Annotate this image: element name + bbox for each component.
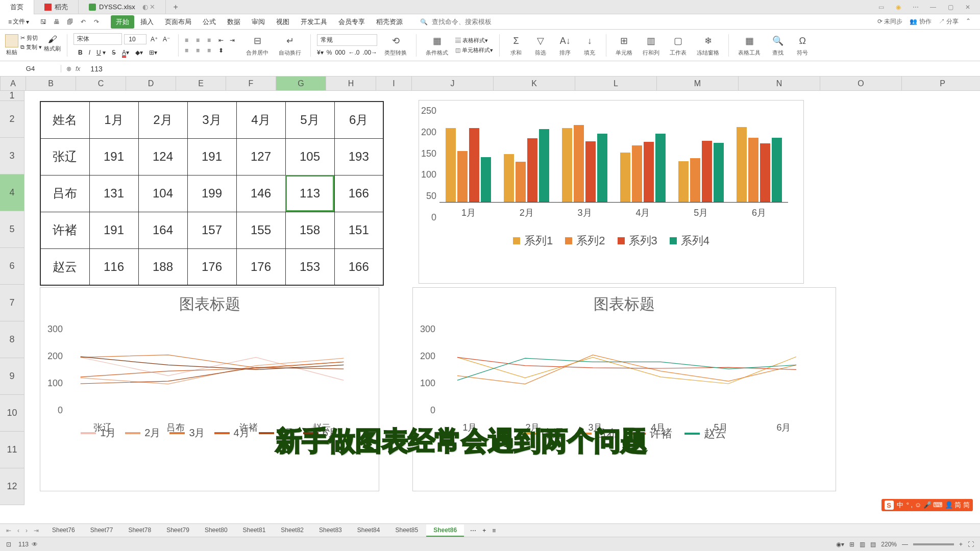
- zoom-in[interactable]: +: [959, 541, 963, 548]
- currency-icon[interactable]: ¥▾: [317, 49, 324, 56]
- search-input[interactable]: [432, 18, 493, 26]
- align-middle[interactable]: ≡: [196, 37, 205, 44]
- size-select[interactable]: 10: [124, 34, 146, 44]
- col-header[interactable]: E: [176, 77, 226, 90]
- tab-data[interactable]: 数据: [222, 15, 246, 29]
- name-box[interactable]: G4: [0, 65, 61, 72]
- decrease-font[interactable]: A⁻: [161, 35, 172, 44]
- number-format[interactable]: 常规: [317, 34, 377, 46]
- app-icon[interactable]: ▭: [876, 4, 886, 11]
- fullscreen-icon[interactable]: ⛶: [968, 541, 974, 548]
- italic-button[interactable]: I: [87, 48, 92, 57]
- table-style[interactable]: ▤ 表格样式▾: [455, 37, 493, 44]
- copy-button[interactable]: ⧉ 复制 ▾: [20, 43, 42, 51]
- row-header[interactable]: 2: [0, 101, 24, 138]
- col-header[interactable]: A: [1, 77, 26, 90]
- fx-cancel[interactable]: ⊗: [66, 65, 71, 72]
- tab-formula[interactable]: 公式: [198, 15, 221, 29]
- sheet-list[interactable]: ≡: [492, 527, 496, 534]
- row-header[interactable]: 11: [0, 432, 24, 468]
- dec-inc[interactable]: ←.0: [348, 49, 359, 56]
- align-center[interactable]: ≡: [196, 47, 205, 54]
- col-header[interactable]: C: [76, 77, 126, 90]
- tab-review[interactable]: 审阅: [247, 15, 270, 29]
- align-bottom[interactable]: ≡: [207, 37, 216, 44]
- row-header[interactable]: 8: [0, 321, 24, 358]
- rowcol-button[interactable]: ▥行和列: [640, 34, 663, 57]
- type-convert[interactable]: ⟲类型转换: [381, 34, 410, 57]
- underline-button[interactable]: U ▾: [95, 48, 107, 57]
- tab-view[interactable]: 视图: [271, 15, 295, 29]
- user-icon[interactable]: ◉: [893, 4, 903, 11]
- col-header[interactable]: J: [412, 77, 494, 90]
- save-icon[interactable]: 🖫: [39, 18, 47, 26]
- col-header[interactable]: G: [276, 77, 326, 90]
- font-select[interactable]: 宋体: [74, 33, 122, 45]
- sheet-tab[interactable]: Sheet82: [274, 524, 311, 537]
- tab-dev[interactable]: 开发工具: [296, 15, 332, 29]
- line-chart-2[interactable]: 图表标题 3002001000 张辽吕布许褚赵云 1月2月3月4月5月6月: [40, 287, 379, 491]
- view-normal[interactable]: ⊞: [849, 541, 854, 548]
- col-header[interactable]: F: [226, 77, 276, 90]
- border-button[interactable]: ⊞▾: [148, 48, 159, 57]
- line-chart-3[interactable]: 图表标题 3002001000 1月2月3月4月5月6月 张辽吕布许褚赵云: [412, 287, 836, 491]
- preview-icon[interactable]: 🗐: [66, 18, 74, 26]
- row-header[interactable]: 4: [0, 174, 24, 211]
- freeze-button[interactable]: ❄冻结窗格: [694, 34, 722, 57]
- align-left[interactable]: ≡: [185, 47, 194, 54]
- dec-dec[interactable]: .00→: [362, 49, 377, 56]
- col-header[interactable]: D: [126, 77, 176, 90]
- align-right[interactable]: ≡: [207, 47, 216, 54]
- fill-button[interactable]: ↓填充: [579, 34, 600, 57]
- col-header[interactable]: P: [902, 77, 980, 90]
- row-header[interactable]: 3: [0, 138, 24, 174]
- view-pagebreak[interactable]: ▥: [860, 541, 865, 548]
- col-header[interactable]: K: [494, 77, 575, 90]
- print-icon[interactable]: 🖶: [53, 18, 61, 26]
- indent-inc[interactable]: ⇥: [230, 37, 239, 44]
- tab-member[interactable]: 会员专享: [333, 15, 370, 29]
- tab-start[interactable]: 开始: [111, 15, 134, 29]
- row-header[interactable]: 12: [0, 468, 24, 505]
- sort-button[interactable]: A↓排序: [555, 34, 575, 57]
- tab-docker[interactable]: 稻壳: [34, 0, 79, 14]
- sheet-prev[interactable]: ‹: [17, 527, 19, 534]
- new-tab-button[interactable]: +: [166, 3, 185, 12]
- font-color[interactable]: A▾: [120, 48, 131, 57]
- sheet-last[interactable]: ⇥: [34, 527, 39, 534]
- sheet-next[interactable]: ›: [26, 527, 28, 534]
- merge-center[interactable]: ⊟合并居中: [243, 34, 272, 57]
- align-top[interactable]: ≡: [185, 37, 194, 44]
- redo-icon[interactable]: ↷: [92, 18, 101, 26]
- sheet-tab[interactable]: Sheet85: [388, 524, 425, 537]
- tab-resource[interactable]: 稻壳资源: [371, 15, 408, 29]
- autowrap[interactable]: ↵自动换行: [276, 34, 304, 57]
- row-header[interactable]: 7: [0, 285, 24, 321]
- cond-format[interactable]: ▦条件格式: [423, 34, 451, 57]
- col-header[interactable]: B: [26, 77, 76, 90]
- collapse-icon[interactable]: ⌃: [966, 17, 971, 26]
- fx-label[interactable]: fx: [76, 65, 80, 72]
- close-icon[interactable]: ◐ ✕: [142, 3, 156, 11]
- paste-button[interactable]: 粘贴: [5, 34, 18, 56]
- sheet-tab[interactable]: Sheet86: [426, 524, 464, 537]
- sheet-tab[interactable]: Sheet81: [236, 524, 273, 537]
- sync-button[interactable]: ⟳ 未同步: [877, 17, 902, 26]
- sheet-tab[interactable]: Sheet83: [312, 524, 349, 537]
- sheet-tab[interactable]: Sheet79: [159, 524, 197, 537]
- minimize-icon[interactable]: —: [928, 4, 938, 11]
- indent-dec[interactable]: ⇤: [218, 37, 228, 44]
- cut-button[interactable]: ✂ 剪切: [20, 34, 42, 42]
- collab-button[interactable]: 👥 协作: [910, 17, 931, 26]
- undo-icon[interactable]: ↶: [79, 18, 87, 26]
- bar-chart[interactable]: 250200150100500 1月2月3月4月5月6月 系列1系列2系列3系列…: [419, 100, 804, 284]
- col-header[interactable]: N: [739, 77, 820, 90]
- col-header[interactable]: I: [376, 77, 412, 90]
- sheet-add[interactable]: +: [482, 527, 486, 534]
- zoom-slider[interactable]: [913, 543, 954, 545]
- row-header[interactable]: 6: [0, 248, 24, 285]
- row-header[interactable]: 9: [0, 358, 24, 395]
- sheet-tab[interactable]: Sheet78: [121, 524, 158, 537]
- find-button[interactable]: 🔍查找: [768, 34, 788, 57]
- sum-button[interactable]: Σ求和: [506, 34, 526, 57]
